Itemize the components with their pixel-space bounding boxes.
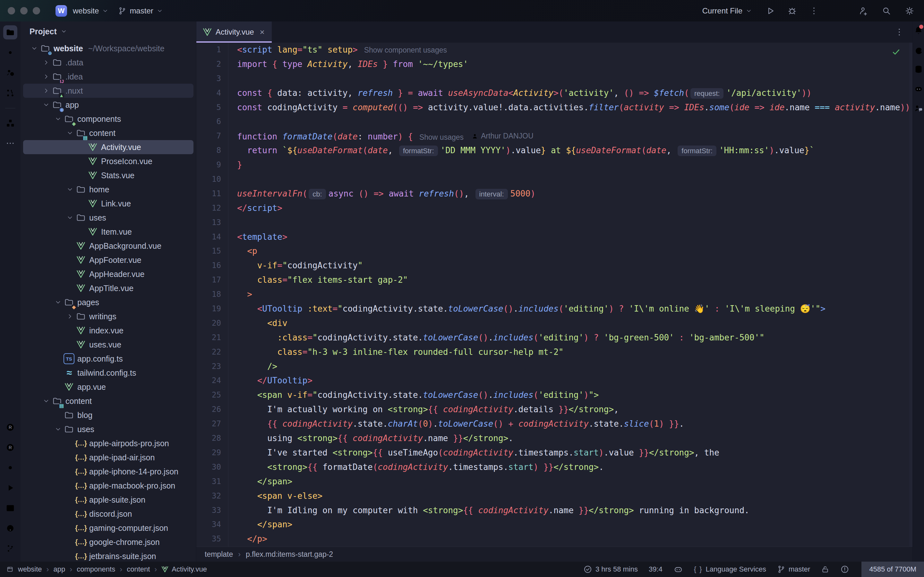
tree-item--data[interactable]: .data: [23, 55, 194, 69]
line-number[interactable]: 6: [196, 114, 228, 129]
line-number[interactable]: 34: [196, 517, 228, 532]
code-line-33[interactable]: I'm Idling on my computer with <strong>{…: [237, 503, 913, 518]
line-number[interactable]: 18: [196, 287, 228, 301]
language-services[interactable]: { }Language Services: [694, 565, 766, 574]
tree-item-app-vue[interactable]: app.vue: [23, 380, 194, 394]
code-line-13[interactable]: [237, 215, 913, 230]
database-icon[interactable]: [914, 64, 923, 74]
line-number[interactable]: 8: [196, 143, 228, 158]
tree-item-appheader-vue[interactable]: AppHeader.vue: [23, 267, 194, 281]
breadcrumb-template[interactable]: template: [205, 550, 233, 559]
code-line-25[interactable]: <span v-if="codingActivity.state.toLower…: [237, 388, 913, 402]
chevron-right-icon[interactable]: [41, 87, 52, 94]
line-number[interactable]: 3: [196, 71, 228, 86]
status-path-components[interactable]: components: [77, 565, 115, 574]
chevron-down-icon[interactable]: [65, 129, 75, 137]
tree-item-content[interactable]: ▤content: [23, 394, 194, 408]
line-number[interactable]: 20: [196, 316, 228, 330]
line-number[interactable]: 25: [196, 388, 228, 402]
chevron-right-icon[interactable]: [65, 313, 75, 320]
code-line-35[interactable]: </p>: [237, 532, 913, 546]
tree-item-uses[interactable]: uses: [23, 422, 194, 436]
code-line-9[interactable]: }: [237, 158, 913, 172]
chevron-right-icon[interactable]: [41, 59, 52, 66]
code-line-5[interactable]: const codingActivity = computed(() => ac…: [237, 100, 913, 115]
close-icon[interactable]: ×: [260, 27, 265, 37]
tree-item-app-config-ts[interactable]: TSapp.config.ts: [23, 351, 194, 366]
tree-item--idea[interactable]: IJ.idea: [23, 69, 194, 84]
status-path-app[interactable]: app: [53, 565, 65, 574]
tree-item-gaming-computer-json[interactable]: {…}gaming-computer.json: [23, 521, 194, 535]
code-line-24[interactable]: </UTooltip>: [237, 374, 913, 388]
tree-item-item-vue[interactable]: Item.vue: [23, 225, 194, 239]
line-number[interactable]: 10: [196, 172, 228, 187]
line-number[interactable]: 36: [196, 546, 228, 546]
chevron-down-icon[interactable]: [41, 101, 52, 108]
line-number[interactable]: 12: [196, 201, 228, 215]
status-path-content[interactable]: content: [127, 565, 150, 574]
chevron-down-icon[interactable]: [65, 214, 75, 221]
r-tool-1-icon[interactable]: R: [3, 420, 17, 434]
notifications-icon[interactable]: [914, 25, 923, 35]
code-line-16[interactable]: v-if="codingActivity": [237, 258, 913, 273]
code-line-17[interactable]: class="flex items-start gap-2": [237, 273, 913, 287]
tree-item-apple-ipad-air-json[interactable]: {…}apple-ipad-air.json: [23, 450, 194, 464]
settings-button[interactable]: [905, 6, 914, 16]
more-actions-button[interactable]: [809, 6, 819, 16]
version-control-icon[interactable]: [3, 542, 17, 556]
code-line-1[interactable]: <script lang="ts" setup>Show component u…: [237, 43, 913, 57]
tree-item-website[interactable]: ⊕website~/Workspace/website: [23, 41, 194, 55]
line-number[interactable]: 22: [196, 345, 228, 359]
code-line-20[interactable]: <div: [237, 316, 913, 330]
tree-item-blog[interactable]: blog: [23, 408, 194, 422]
line-number[interactable]: 4: [196, 86, 228, 100]
code-line-11[interactable]: useIntervalFn(cb:async () => await refre…: [237, 187, 913, 201]
caret-position[interactable]: 39:4: [649, 565, 662, 574]
code-line-28[interactable]: using <strong>{{ codingActivity.name }}<…: [237, 431, 913, 446]
commit-icon[interactable]: [3, 45, 17, 60]
inlay-hint[interactable]: cb:: [309, 189, 326, 199]
run-icon[interactable]: [3, 481, 17, 495]
code-line-3[interactable]: [237, 71, 913, 86]
tree-item-stats-vue[interactable]: Stats.vue: [23, 168, 194, 182]
code-line-27[interactable]: {{ codingActivity.state.charAt(0).toLowe…: [237, 417, 913, 431]
tree-item-apptitle-vue[interactable]: AppTitle.vue: [23, 281, 194, 295]
code-vision-hint[interactable]: Show usages: [419, 133, 464, 141]
code-line-26[interactable]: I'm actually working on <strong>{{ codin…: [237, 402, 913, 417]
tree-item-appfooter-vue[interactable]: AppFooter.vue: [23, 253, 194, 267]
line-number[interactable]: 14: [196, 230, 228, 244]
line-number[interactable]: 13: [196, 215, 228, 230]
tree-item-jetbrains-suite-json[interactable]: {…}jetbrains-suite.json: [23, 549, 194, 562]
line-number[interactable]: 35: [196, 532, 228, 546]
line-number[interactable]: 30: [196, 460, 228, 474]
tree-item-google-chrome-json[interactable]: {…}google-chrome.json: [23, 535, 194, 549]
tree-item-link-vue[interactable]: Link.vue: [23, 197, 194, 211]
line-number[interactable]: 17: [196, 273, 228, 287]
tree-item--nuxt[interactable]: ▲.nuxt: [23, 84, 194, 98]
tree-item-appbackground-vue[interactable]: AppBackground.vue: [23, 239, 194, 253]
line-number[interactable]: 16: [196, 258, 228, 273]
code-line-34[interactable]: </span>: [237, 517, 913, 532]
line-number[interactable]: 27: [196, 417, 228, 431]
minimize-button[interactable]: [20, 7, 27, 15]
code-line-12[interactable]: </script>: [237, 201, 913, 215]
pull-requests-icon[interactable]: [3, 86, 17, 100]
line-number[interactable]: 7: [196, 129, 228, 143]
line-number[interactable]: 24: [196, 374, 228, 388]
git-branch[interactable]: master: [777, 565, 810, 574]
chevron-down-icon[interactable]: [53, 299, 63, 306]
maximize-button[interactable]: [33, 7, 40, 15]
inlay-hint[interactable]: formatStr:: [678, 145, 716, 156]
structure-icon[interactable]: [3, 116, 17, 130]
chevron-right-icon[interactable]: [41, 73, 52, 80]
line-number[interactable]: 21: [196, 330, 228, 345]
chevron-down-icon[interactable]: [41, 398, 52, 405]
inspections-widget[interactable]: [840, 565, 849, 574]
inlay-hint[interactable]: formatStr:: [399, 145, 438, 156]
tree-item-proseicon-vue[interactable]: ProseIcon.vue: [23, 154, 194, 168]
code-line-7[interactable]: function formatDate(date: number) {Show …: [237, 129, 913, 143]
tree-item-tailwind-config-ts[interactable]: ≈tailwind.config.ts: [23, 366, 194, 380]
line-number[interactable]: 28: [196, 431, 228, 446]
line-number[interactable]: 11: [196, 187, 228, 201]
project-folder-icon[interactable]: [3, 25, 17, 39]
